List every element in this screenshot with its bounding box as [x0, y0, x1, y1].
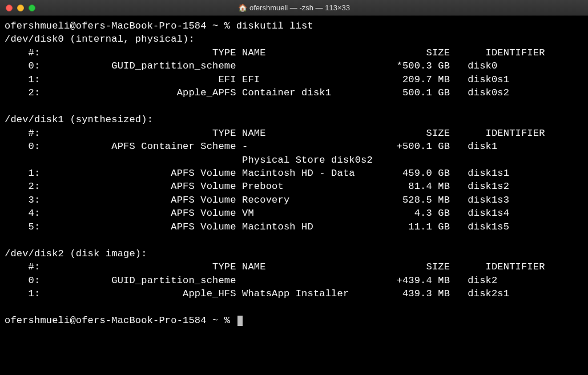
window-title-text: ofershmueli — -zsh — 113×33	[249, 3, 350, 12]
window-controls	[6, 5, 35, 11]
window-title: 🏠ofershmueli — -zsh — 113×33	[0, 3, 588, 12]
minimize-icon[interactable]	[17, 5, 24, 11]
zoom-icon[interactable]	[29, 5, 35, 11]
close-icon[interactable]	[6, 5, 13, 11]
home-icon: 🏠	[238, 3, 247, 12]
cursor	[237, 316, 243, 326]
titlebar: 🏠ofershmueli — -zsh — 113×33	[0, 0, 588, 16]
terminal-output[interactable]: ofershmueli@ofers-MacBook-Pro-1584 ~ % d…	[0, 16, 588, 332]
terminal-window: 🏠ofershmueli — -zsh — 113×33 ofershmueli…	[0, 0, 588, 375]
